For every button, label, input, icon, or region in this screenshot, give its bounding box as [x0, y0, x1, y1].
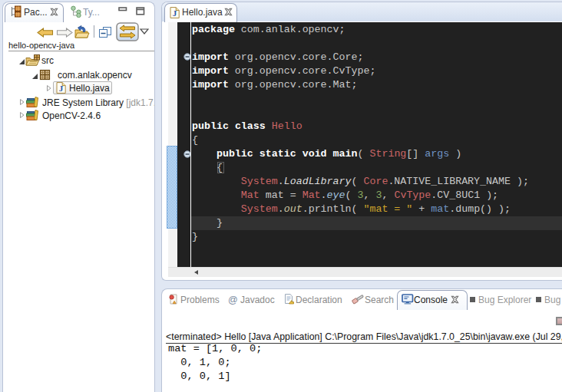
- svg-text:J: J: [173, 8, 177, 18]
- svg-text:J: J: [59, 84, 64, 93]
